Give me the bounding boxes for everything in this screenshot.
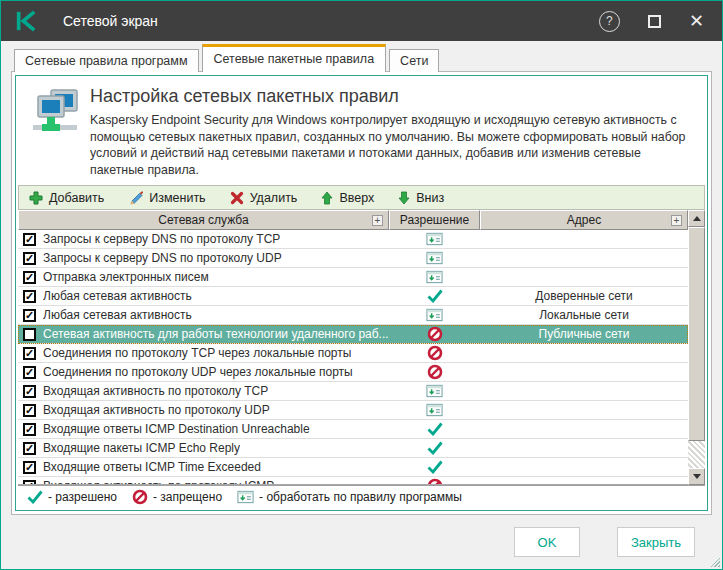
- rule-service-label: Запросы к серверу DNS по протоколу UDP: [43, 251, 282, 265]
- tab-network-packet-rules[interactable]: Сетевые пакетные правила: [202, 44, 387, 72]
- tab-page: Настройка сетевых пакетных правил Kasper…: [11, 71, 712, 515]
- arrow-down-icon: [398, 191, 410, 205]
- panel-header: Настройка сетевых пакетных правил Kasper…: [16, 76, 707, 183]
- column-header-service[interactable]: Сетевая служба +: [18, 210, 389, 230]
- resize-grip[interactable]: [709, 556, 720, 567]
- block-icon: [132, 489, 148, 505]
- allow-icon: [427, 289, 443, 303]
- rule-checkbox[interactable]: ✓: [23, 271, 36, 284]
- window-title: Сетевой экран: [63, 13, 158, 29]
- block-icon: [427, 326, 443, 342]
- rule-service-label: Соединения по протоколу UDP через локаль…: [43, 365, 353, 379]
- table-header: Сетевая служба + Разрешение Адрес +: [18, 210, 688, 230]
- rule-service-label: Сетевая активность для работы технологии…: [43, 327, 389, 341]
- delete-button[interactable]: Удалить: [230, 191, 298, 205]
- column-filter-icon[interactable]: +: [671, 215, 682, 226]
- allow-icon: [27, 490, 43, 504]
- rule-address: Локальные сети: [480, 308, 688, 322]
- help-button[interactable]: ?: [599, 11, 620, 32]
- vertical-scrollbar[interactable]: [688, 210, 705, 485]
- column-filter-icon[interactable]: +: [372, 215, 383, 226]
- app-rule-icon: [426, 232, 443, 246]
- rule-checkbox[interactable]: [23, 328, 36, 341]
- rule-checkbox[interactable]: ✓: [23, 442, 36, 455]
- rule-service-label: Входящая активность по протоколу TCP: [43, 384, 268, 398]
- table-row[interactable]: ✓Входящая активность по протоколу TCP: [18, 382, 688, 401]
- rule-checkbox[interactable]: ✓: [23, 423, 36, 436]
- app-rule-icon: [426, 384, 443, 398]
- dialog-footer: OK Закрыть: [1, 515, 722, 569]
- scroll-up-icon: [693, 216, 701, 221]
- table-row[interactable]: ✓Соединения по протоколу TCP через локал…: [18, 344, 688, 363]
- rules-table: Сетевая служба + Разрешение Адрес +: [18, 210, 705, 485]
- table-row[interactable]: Сетевая активность для работы технологии…: [18, 325, 688, 344]
- rule-checkbox[interactable]: ✓: [23, 366, 36, 379]
- rule-service-label: Запросы к серверу DNS по протоколу TCP: [43, 232, 280, 246]
- table-row[interactable]: ✓Запросы к серверу DNS по протоколу TCP: [18, 230, 688, 249]
- allow-icon: [427, 460, 443, 474]
- tab-application-network-rules[interactable]: Сетевые правила программ: [14, 49, 199, 72]
- edit-button[interactable]: Изменить: [128, 190, 205, 205]
- block-icon: [427, 478, 443, 485]
- tab-networks[interactable]: Сети: [389, 49, 439, 72]
- legend-bar: - разрешено - запрещено - обработать по …: [18, 485, 705, 508]
- app-rule-icon: [426, 270, 443, 284]
- table-rows: ✓Запросы к серверу DNS по протоколу TCP✓…: [18, 230, 688, 485]
- rule-service-label: Любая сетевая активность: [43, 289, 192, 303]
- add-button[interactable]: Добавить: [29, 191, 104, 205]
- allow-icon: [427, 441, 443, 455]
- table-row[interactable]: ✓Любая сетевая активностьЛокальные сети: [18, 306, 688, 325]
- pencil-icon: [128, 190, 143, 205]
- table-row[interactable]: ✓Соединения по протоколу UDP через локал…: [18, 363, 688, 382]
- app-rule-icon: [426, 251, 443, 265]
- rule-checkbox[interactable]: ✓: [23, 404, 36, 417]
- legend-app-rule-label: - обработать по правилу программы: [259, 490, 462, 504]
- panel-description: Kaspersky Endpoint Security для Windows …: [90, 112, 691, 178]
- tab-strip: Сетевые правила программ Сетевые пакетны…: [1, 41, 722, 71]
- table-row[interactable]: ✓Запросы к серверу DNS по протоколу UDP: [18, 249, 688, 268]
- table-row[interactable]: ✓Входящие ответы ICMP Time Exceeded: [18, 458, 688, 477]
- rule-checkbox[interactable]: ✓: [23, 290, 36, 303]
- block-icon: [427, 345, 443, 361]
- rule-checkbox[interactable]: ✓: [23, 252, 36, 265]
- rule-checkbox[interactable]: ✓: [23, 347, 36, 360]
- plus-icon: [29, 191, 43, 205]
- app-rule-icon: [237, 490, 254, 504]
- close-button[interactable]: ✕: [689, 12, 704, 30]
- move-down-button[interactable]: Вниз: [398, 191, 444, 205]
- arrow-up-icon: [321, 191, 333, 205]
- rule-checkbox[interactable]: ✓: [23, 385, 36, 398]
- scroll-down-button[interactable]: [688, 468, 705, 485]
- toolbar: Добавить Изменить Удалить Вверх: [18, 185, 705, 210]
- column-header-address[interactable]: Адрес +: [480, 210, 688, 230]
- table-row[interactable]: ✓Входящие пакеты ICMP Echo Reply: [18, 439, 688, 458]
- rule-service-label: Входящие ответы ICMP Destination Unreach…: [43, 422, 310, 436]
- column-header-permission[interactable]: Разрешение: [389, 210, 480, 230]
- app-rule-icon: [426, 403, 443, 417]
- close-dialog-button[interactable]: Закрыть: [617, 527, 695, 557]
- scrollbar-track[interactable]: [688, 441, 705, 468]
- firewall-dialog: Сетевой экран ? ✕ Сетевые правила програ…: [0, 0, 723, 570]
- close-icon: ✕: [689, 11, 704, 31]
- packet-rules-panel: Настройка сетевых пакетных правил Kasper…: [15, 75, 708, 511]
- legend-allow-label: - разрешено: [48, 490, 117, 504]
- rule-checkbox[interactable]: ✓: [23, 461, 36, 474]
- maximize-button[interactable]: [648, 15, 661, 28]
- kaspersky-logo-icon: [15, 10, 37, 32]
- rule-checkbox[interactable]: ✓: [23, 233, 36, 246]
- table-row[interactable]: ✓Любая сетевая активностьДоверенные сети: [18, 287, 688, 306]
- move-up-button[interactable]: Вверх: [321, 191, 374, 205]
- scroll-up-button[interactable]: [688, 210, 705, 227]
- rule-service-label: Входящие пакеты ICMP Echo Reply: [43, 441, 240, 455]
- table-row[interactable]: ✓Входящие ответы ICMP Destination Unreac…: [18, 420, 688, 439]
- rule-service-label: Любая сетевая активность: [43, 308, 192, 322]
- ok-button[interactable]: OK: [514, 527, 580, 557]
- rule-service-label: Входящие ответы ICMP Time Exceeded: [43, 460, 261, 474]
- table-row[interactable]: ✓Отправка электронных писем: [18, 268, 688, 287]
- rule-checkbox[interactable]: ✓: [23, 309, 36, 322]
- table-row[interactable]: ✓Входящая активность по протоколу UDP: [18, 401, 688, 420]
- rule-service-label: Входящая активность по протоколу UDP: [43, 403, 270, 417]
- panel-title: Настройка сетевых пакетных правил: [90, 86, 691, 107]
- scrollbar-thumb[interactable]: [688, 227, 705, 441]
- table-row[interactable]: ✓Входящая активность по протоколу ICMP: [18, 477, 688, 485]
